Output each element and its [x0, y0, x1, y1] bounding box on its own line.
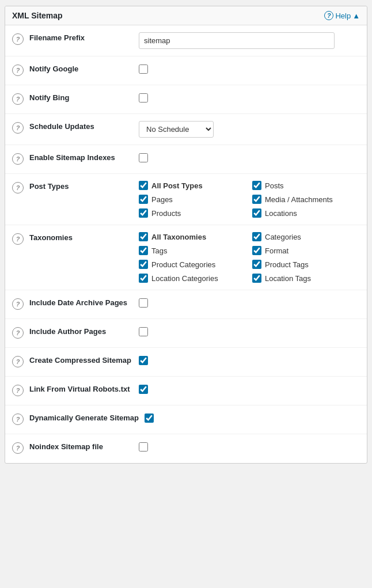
help-label: Help [335, 12, 351, 20]
tax-format-label: Format [265, 246, 289, 255]
noindex-sitemap-file-label: Noindex Sitemap file [29, 441, 139, 451]
post-type-pages-checkbox[interactable] [139, 195, 148, 204]
post-types-help-icon[interactable]: ? [12, 182, 24, 194]
create-compressed-sitemap-label: Create Compressed Sitemap [29, 355, 139, 365]
post-type-products-label: Products [151, 209, 181, 218]
tax-categories-label: Categories [265, 233, 301, 241]
filename-prefix-help-icon[interactable]: ? [12, 33, 24, 45]
help-link[interactable]: ? Help ▲ [324, 11, 360, 20]
post-types-label: Post Types [29, 181, 139, 191]
tax-product-categories: Product Categories [139, 260, 246, 269]
notify-bing-content [139, 92, 360, 103]
include-date-archive-checkbox[interactable] [139, 298, 148, 308]
taxonomies-row: ? Taxonomies All Taxonomies Categories T… [5, 225, 367, 290]
create-compressed-sitemap-content [139, 355, 360, 365]
post-type-pages-label: Pages [151, 195, 173, 204]
post-type-products: Products [139, 208, 246, 218]
post-types-grid: All Post Types Posts Pages Media / Attac… [139, 181, 360, 218]
post-type-locations: Locations [252, 208, 360, 218]
taxonomies-help-icon[interactable]: ? [12, 233, 24, 245]
post-type-posts: Posts [252, 181, 360, 190]
dynamically-generate-sitemap-label: Dynamically Generate Sitemap [29, 412, 145, 422]
include-author-pages-checkbox[interactable] [139, 327, 148, 336]
link-from-virtual-robots-label: Link From Virtual Robots.txt [29, 384, 139, 393]
schedule-updates-row: ? Schedule Updates No Schedule Hourly Da… [5, 114, 367, 145]
tax-product-tags: Product Tags [252, 260, 360, 269]
post-type-pages: Pages [139, 195, 246, 204]
filename-prefix-content [139, 32, 360, 49]
include-date-archive-row: ? Include Date Archive Pages [5, 290, 367, 319]
include-author-pages-label: Include Author Pages [29, 326, 139, 336]
post-type-products-checkbox[interactable] [139, 208, 148, 218]
enable-sitemap-indexes-row: ? Enable Sitemap Indexes [5, 145, 367, 174]
tax-location-tags-label: Location Tags [265, 274, 311, 283]
notify-bing-label: Notify Bing [29, 92, 139, 102]
panel-body: ? Filename Prefix ? Notify Google ? Noti… [5, 25, 367, 463]
post-type-all-checkbox[interactable] [139, 181, 148, 190]
panel-header: XML Sitemap ? Help ▲ [5, 6, 367, 25]
notify-bing-checkbox[interactable] [139, 93, 148, 103]
create-compressed-sitemap-checkbox[interactable] [139, 356, 148, 365]
notify-bing-help-icon[interactable]: ? [12, 93, 24, 105]
filename-prefix-input[interactable] [139, 32, 335, 49]
schedule-updates-select[interactable]: No Schedule Hourly Daily Weekly [139, 121, 214, 138]
schedule-updates-select-wrapper: No Schedule Hourly Daily Weekly [139, 121, 214, 138]
enable-sitemap-indexes-help-icon[interactable]: ? [12, 153, 24, 165]
tax-location-tags: Location Tags [252, 274, 360, 283]
notify-google-checkbox[interactable] [139, 65, 148, 74]
post-type-media-checkbox[interactable] [252, 195, 261, 204]
schedule-updates-label: Schedule Updates [29, 121, 139, 131]
tax-product-tags-label: Product Tags [265, 260, 309, 269]
tax-all-checkbox[interactable] [139, 232, 148, 241]
noindex-sitemap-file-checkbox[interactable] [139, 442, 148, 452]
post-type-media-label: Media / Attachments [265, 195, 333, 204]
tax-tags: Tags [139, 246, 246, 255]
dynamically-generate-sitemap-content [145, 412, 360, 423]
tax-location-categories-checkbox[interactable] [139, 274, 148, 283]
post-types-row: ? Post Types All Post Types Posts Pages [5, 174, 367, 225]
post-type-locations-checkbox[interactable] [252, 208, 261, 218]
noindex-sitemap-file-content [139, 441, 360, 452]
taxonomies-content: All Taxonomies Categories Tags Format [139, 232, 360, 283]
noindex-sitemap-file-row: ? Noindex Sitemap file [5, 434, 367, 463]
include-author-pages-content [139, 326, 360, 336]
taxonomies-grid: All Taxonomies Categories Tags Format [139, 232, 360, 283]
tax-categories-checkbox[interactable] [252, 232, 261, 241]
tax-location-categories-label: Location Categories [151, 274, 218, 283]
tax-format-checkbox[interactable] [252, 246, 261, 255]
filename-prefix-label: Filename Prefix [29, 32, 139, 42]
include-author-pages-help-icon[interactable]: ? [12, 327, 24, 339]
dynamically-generate-sitemap-row: ? Dynamically Generate Sitemap [5, 405, 367, 434]
help-icon: ? [324, 11, 333, 20]
post-type-media: Media / Attachments [252, 195, 360, 204]
tax-location-tags-checkbox[interactable] [252, 274, 261, 283]
enable-sitemap-indexes-content [139, 152, 360, 162]
tax-tags-checkbox[interactable] [139, 246, 148, 255]
include-date-archive-content [139, 297, 360, 308]
enable-sitemap-indexes-checkbox[interactable] [139, 153, 148, 162]
include-date-archive-help-icon[interactable]: ? [12, 298, 24, 310]
post-type-all: All Post Types [139, 181, 246, 190]
taxonomies-label: Taxonomies [29, 232, 139, 242]
dynamically-generate-sitemap-help-icon[interactable]: ? [12, 414, 24, 425]
include-date-archive-label: Include Date Archive Pages [29, 297, 139, 307]
filename-prefix-row: ? Filename Prefix [5, 25, 367, 56]
post-type-all-label: All Post Types [151, 181, 203, 190]
post-type-posts-checkbox[interactable] [252, 181, 261, 190]
enable-sitemap-indexes-label: Enable Sitemap Indexes [29, 152, 139, 162]
tax-product-categories-checkbox[interactable] [139, 260, 148, 269]
noindex-sitemap-file-help-icon[interactable]: ? [12, 442, 24, 454]
notify-google-row: ? Notify Google [5, 56, 367, 85]
schedule-updates-help-icon[interactable]: ? [12, 122, 24, 134]
dynamically-generate-sitemap-checkbox[interactable] [145, 414, 154, 423]
post-type-posts-label: Posts [265, 181, 284, 190]
tax-product-categories-label: Product Categories [151, 260, 215, 269]
link-from-virtual-robots-checkbox[interactable] [139, 385, 148, 394]
tax-product-tags-checkbox[interactable] [252, 260, 261, 269]
notify-google-help-icon[interactable]: ? [12, 65, 24, 76]
panel-title: XML Sitemap [12, 11, 63, 20]
create-compressed-sitemap-help-icon[interactable]: ? [12, 356, 24, 367]
xml-sitemap-panel: XML Sitemap ? Help ▲ ? Filename Prefix ?… [5, 6, 367, 464]
link-from-virtual-robots-help-icon[interactable]: ? [12, 385, 24, 396]
schedule-updates-content: No Schedule Hourly Daily Weekly [139, 121, 360, 138]
